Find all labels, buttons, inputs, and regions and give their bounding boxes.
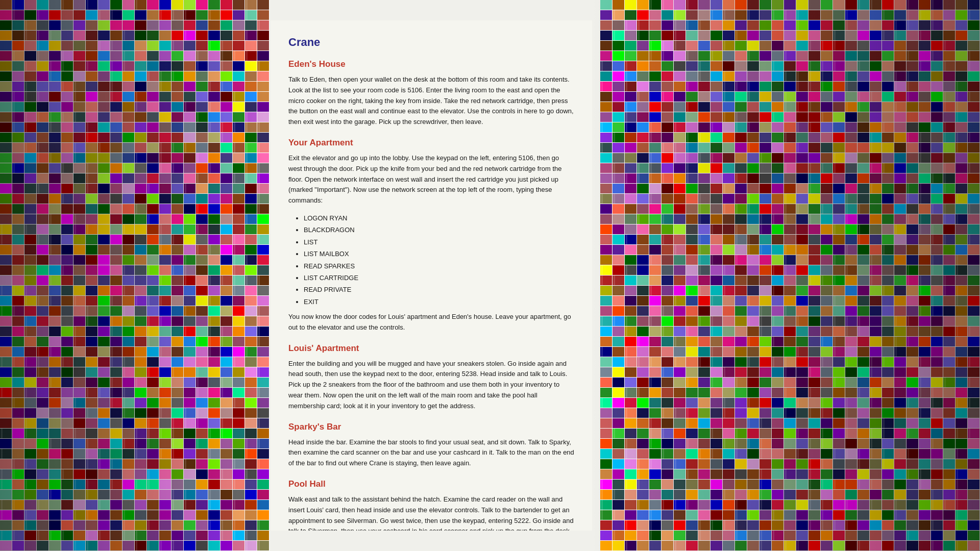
command-list: LOGON RYAN BLACKDRAGON LIST LIST MAILBOX… xyxy=(304,212,574,308)
section-title-pool-hall: Pool Hall xyxy=(288,479,574,489)
section-text-your-apartment-before: Exit the elevator and go up into the lob… xyxy=(288,153,574,206)
command-item-4: LIST MAILBOX xyxy=(304,248,574,260)
command-item-2: BLACKDRAGON xyxy=(304,224,574,236)
content-panel: Crane Eden's House Talk to Eden, then op… xyxy=(271,20,592,531)
section-title-edens-house: Eden's House xyxy=(288,59,574,69)
section-text-sparkys-bar: Head inside the bar. Examine the bar sto… xyxy=(288,437,574,469)
section-title-sparkys-bar: Sparky's Bar xyxy=(288,422,574,432)
section-title-your-apartment: Your Apartment xyxy=(288,138,574,148)
section-text-your-apartment-after: You now know the door codes for Louis' a… xyxy=(288,312,574,333)
section-title-louis-apartment: Louis' Apartment xyxy=(288,343,574,354)
section-text-louis-apartment: Enter the building and you will be mugge… xyxy=(288,359,574,412)
page-title: Crane xyxy=(288,36,574,49)
section-text-pool-hall: Walk east and talk to the assistant behi… xyxy=(288,494,574,531)
command-item-5: READ SPARKES xyxy=(304,260,574,272)
command-item-6: LIST CARTRIDGE xyxy=(304,272,574,284)
command-item-7: READ PRIVATE xyxy=(304,284,574,295)
command-item-8: EXIT xyxy=(304,296,574,308)
command-item-1: LOGON RYAN xyxy=(304,212,574,224)
section-text-edens-house: Talk to Eden, then open your wallet on t… xyxy=(288,74,574,128)
command-item-3: LIST xyxy=(304,236,574,248)
